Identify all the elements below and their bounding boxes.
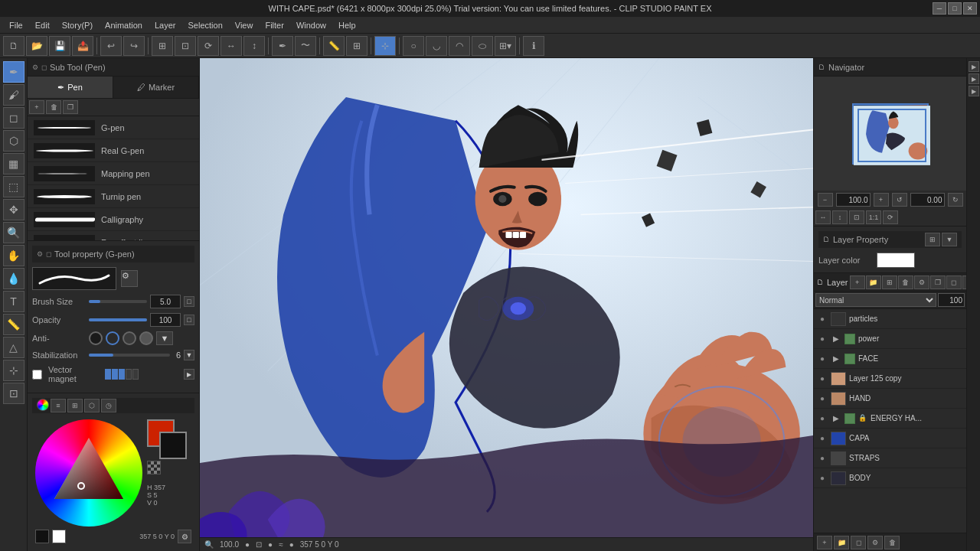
layer-prop-btn2[interactable]: ▼	[942, 233, 957, 246]
color-history-icon[interactable]: ◷	[101, 399, 116, 412]
pen-tool[interactable]: ✒	[3, 61, 24, 83]
collapse-layer-prop[interactable]: ▶	[969, 73, 979, 84]
circle-tool-button[interactable]: ○	[403, 36, 424, 56]
aa-medium[interactable]	[122, 331, 136, 345]
brush-mapping[interactable]: Mapping pen	[28, 162, 199, 185]
layer-vis-body[interactable]: ●	[817, 473, 828, 484]
undo-button[interactable]: ↩	[100, 36, 122, 56]
opacity-slider[interactable]	[89, 318, 147, 321]
hand-tool[interactable]: ✋	[3, 245, 24, 266]
layer-settings-btn[interactable]: ⚙	[867, 536, 883, 549]
color-mixer-icon[interactable]: ⬡	[84, 399, 100, 412]
color-sliders-icon[interactable]: ≡	[51, 399, 66, 412]
sp-delete-icon[interactable]: 🗑	[46, 100, 61, 114]
color-swatches-icon[interactable]: ⊞	[67, 399, 83, 412]
save-button[interactable]: 💾	[49, 36, 70, 56]
nav-fit[interactable]: ⊡	[849, 210, 864, 224]
saturation-value-triangle[interactable]	[51, 434, 127, 512]
blend-mode-select[interactable]: Normal	[815, 293, 936, 307]
brush-real-gpen[interactable]: Real G-pen	[28, 139, 199, 162]
menu-animation[interactable]: Animation	[99, 19, 149, 31]
layer-color-picker[interactable]	[877, 253, 915, 268]
layer-item-capa[interactable]: ● CAPA	[814, 429, 966, 448]
opacity-input[interactable]	[150, 313, 181, 327]
ruler-button[interactable]: 📏	[323, 36, 345, 56]
nav-zoom-in[interactable]: +	[874, 193, 889, 207]
collapse-nav[interactable]: ▶	[969, 61, 979, 72]
brush-turnip[interactable]: Turnip pen	[28, 185, 199, 208]
brush-gpen[interactable]: G-pen	[28, 116, 199, 139]
layer-item-125copy[interactable]: ● Layer 125 copy	[814, 369, 966, 389]
layer-add-folder-btn[interactable]: 📁	[834, 536, 849, 549]
nav-rotate-ccw[interactable]: ↺	[892, 193, 907, 207]
aa-soft[interactable]	[106, 331, 119, 345]
oval-button[interactable]: ⬭	[472, 36, 493, 56]
layer-vis-125copy[interactable]: ●	[817, 373, 828, 384]
aa-dropdown[interactable]: ▼	[156, 331, 173, 345]
open-button[interactable]: 📂	[26, 36, 47, 56]
stabilize-button[interactable]: 〜	[295, 36, 316, 56]
layer-item-energy[interactable]: ● ▶ 🔒 ENERGY HA...	[814, 409, 966, 429]
nav-flip-v[interactable]: ↕	[832, 210, 848, 224]
layer-folder-arrow-face[interactable]: ▶	[831, 354, 841, 364]
layer-copy[interactable]: ❐	[930, 276, 946, 289]
nav-flip-h[interactable]: ↔	[815, 210, 831, 224]
sp-copy-icon[interactable]: ❐	[63, 100, 78, 114]
minimize-button[interactable]: ─	[933, 2, 946, 15]
layer-item-particles[interactable]: ● particles	[814, 309, 966, 329]
redo-button[interactable]: ↪	[123, 36, 145, 56]
arc-tool-button[interactable]: ◡	[426, 36, 447, 56]
menu-file[interactable]: File	[3, 19, 29, 31]
color-wheel-icon[interactable]	[37, 399, 49, 411]
flip-v-button[interactable]: ↕	[243, 36, 265, 56]
brush-calligraphy[interactable]: Calligraphy	[28, 208, 199, 231]
collapse-layers[interactable]: ▶	[969, 86, 979, 96]
layer-vis-capa[interactable]: ●	[817, 433, 828, 444]
layer-folder-arrow-energy[interactable]: ▶	[831, 413, 841, 424]
brush-effect-line[interactable]: For effect line	[28, 231, 199, 240]
layer-add-btn[interactable]: +	[817, 536, 832, 549]
eraser-tool[interactable]: ◻	[3, 107, 24, 129]
layer-mask[interactable]: ◻	[946, 276, 962, 289]
brush-size-input[interactable]	[150, 295, 181, 308]
color-panel-menu[interactable]: ⚙	[178, 530, 191, 543]
layer-item-straps[interactable]: ● STRAPS	[814, 448, 966, 468]
brush-tool[interactable]: 🖌	[3, 84, 24, 106]
layer-item-hand[interactable]: ● HAND	[814, 389, 966, 409]
stab-dropdown[interactable]: ▼	[184, 350, 194, 360]
gradient-tool[interactable]: ▦	[3, 153, 24, 174]
layer-prop-btn1[interactable]: ⊞	[925, 233, 940, 246]
layer-opacity-input[interactable]	[938, 293, 965, 307]
black-swatch[interactable]	[35, 530, 49, 543]
aa-none[interactable]	[89, 331, 103, 345]
menu-edit[interactable]: Edit	[29, 19, 56, 31]
cursor-button[interactable]: ⊹	[374, 36, 396, 56]
brush-size-slider[interactable]	[89, 300, 147, 303]
zoom-tool[interactable]: 🔍	[3, 222, 24, 243]
new-button[interactable]: 🗋	[3, 36, 24, 56]
color-wheel-container[interactable]	[35, 419, 142, 527]
layer-new[interactable]: +	[850, 276, 865, 289]
layer-merge[interactable]: ⊞	[882, 276, 897, 289]
opacity-lock[interactable]: □	[184, 315, 194, 325]
move-tool[interactable]: ✥	[3, 199, 24, 220]
menu-layer[interactable]: Layer	[149, 19, 182, 31]
scale-button[interactable]: ⊡	[175, 36, 196, 56]
arc2-tool-button[interactable]: ◠	[449, 36, 470, 56]
vm-toggle[interactable]: ▶	[184, 369, 194, 380]
nav-rotate-reset[interactable]: ⟳	[883, 210, 898, 224]
layer-vis-straps[interactable]: ●	[817, 453, 828, 464]
shape-tool[interactable]: △	[3, 337, 24, 358]
grid-button[interactable]: ⊞	[346, 36, 368, 56]
canvas-area[interactable]: 🔍 100.0 ● ⊡ ● ≈ ● 357 5 0 Y 0	[200, 58, 813, 551]
close-button[interactable]: ✕	[963, 2, 977, 15]
stab-slider[interactable]	[89, 354, 170, 357]
nav-zoom-out[interactable]: −	[818, 193, 833, 207]
flip-h-button[interactable]: ↔	[220, 36, 242, 56]
snap-button[interactable]: ⊞▾	[495, 36, 516, 56]
fill-tool[interactable]: ⬡	[3, 130, 24, 152]
white-swatch[interactable]	[52, 530, 66, 543]
3d-tool[interactable]: ⊡	[3, 383, 24, 404]
text-tool[interactable]: T	[3, 291, 24, 312]
brush-settings-button[interactable]: ⚙	[121, 270, 138, 287]
